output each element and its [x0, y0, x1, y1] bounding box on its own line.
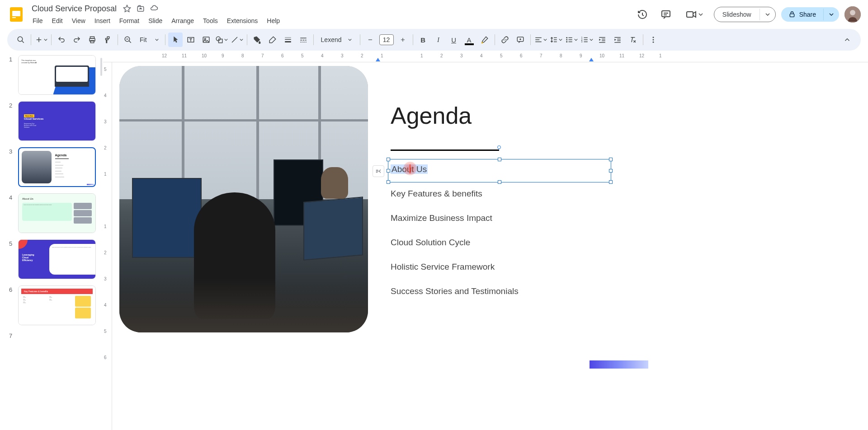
border-color-button[interactable] — [265, 33, 280, 47]
menu-format[interactable]: Format — [116, 15, 143, 26]
agenda-item-6[interactable]: Success Stories and Testimonials — [391, 286, 519, 296]
redo-button[interactable] — [70, 33, 84, 47]
menu-slide[interactable]: Slide — [145, 15, 166, 26]
resize-handle-ne[interactable] — [609, 158, 613, 161]
account-avatar[interactable] — [844, 6, 861, 23]
resize-handle-w[interactable] — [387, 169, 390, 173]
more-options-button[interactable] — [646, 33, 660, 47]
meet-button[interactable] — [680, 5, 708, 23]
menu-arrange[interactable]: Arrange — [168, 15, 198, 26]
cloud-status-icon[interactable] — [150, 5, 158, 13]
undo-button[interactable] — [54, 33, 69, 47]
image-tool[interactable] — [199, 33, 213, 47]
ruler-tick: 3 — [460, 53, 463, 58]
font-size-decrease[interactable] — [363, 33, 377, 47]
hide-menus-button[interactable] — [840, 33, 854, 47]
slide-title[interactable]: Agenda — [391, 102, 472, 129]
slide-thumbnail-2[interactable]: Next-Gen Cloud Services Empowering YourB… — [18, 101, 96, 141]
agenda-item-2[interactable]: Key Features & benefits — [391, 189, 519, 199]
slide-thumbnail-4[interactable]: About Us Lorem ipsum dolor sit amet cons… — [18, 193, 96, 233]
border-dash-button[interactable] — [296, 33, 311, 47]
star-icon[interactable] — [123, 5, 131, 13]
svg-rect-30 — [303, 42, 304, 43]
text-color-button[interactable]: A — [462, 33, 476, 47]
decrease-indent-button[interactable] — [595, 33, 609, 47]
resize-handle-se[interactable] — [609, 180, 613, 184]
insert-comment-button[interactable] — [513, 33, 528, 47]
resize-handle-nw[interactable] — [387, 158, 390, 161]
agenda-item-4[interactable]: Cloud Solution Cycle — [391, 238, 519, 248]
autofit-button[interactable] — [373, 165, 384, 177]
slideshow-button[interactable]: Slideshow — [714, 7, 760, 22]
slide-number: 2 — [9, 101, 18, 141]
slide-thumbnail-5[interactable]: LeveragingCloudEfficiency Lorem ipsum do… — [18, 239, 96, 279]
zoom-button[interactable] — [121, 33, 135, 47]
italic-button[interactable]: I — [431, 33, 446, 47]
bold-button[interactable]: B — [416, 33, 430, 47]
ruler-indent-right[interactable] — [589, 58, 594, 61]
title-underline[interactable] — [391, 150, 499, 151]
slide-canvas[interactable]: Agenda — [119, 66, 653, 373]
menu-insert[interactable]: Insert — [91, 15, 114, 26]
document-title[interactable]: Cloud Service Proposal — [29, 3, 119, 14]
text-box-tool[interactable] — [184, 33, 198, 47]
move-icon[interactable] — [137, 5, 145, 13]
slide-panel[interactable]: 1 This template wascreated by SlidesAI 2… — [0, 53, 99, 430]
print-button[interactable] — [85, 33, 99, 47]
clear-formatting-button[interactable] — [626, 33, 640, 47]
insert-link-button[interactable] — [498, 33, 512, 47]
font-name: Lexend — [321, 36, 342, 43]
border-weight-button[interactable] — [281, 33, 295, 47]
slide-thumbnail-3[interactable]: Agenda ━━━━━━━━━━━━━━━━━━━━━━━━━━━━━━━━━… — [18, 147, 96, 187]
menu-edit[interactable]: Edit — [48, 15, 66, 26]
line-tool[interactable] — [230, 33, 244, 47]
menu-help[interactable]: Help — [263, 15, 283, 26]
ruler-indent-left[interactable] — [376, 58, 380, 61]
slide-image[interactable] — [119, 66, 368, 332]
ruler-tick: 9 — [222, 53, 224, 58]
font-select[interactable]: Lexend — [316, 34, 357, 45]
resize-handle-n[interactable] — [498, 158, 501, 161]
align-button[interactable] — [533, 33, 548, 47]
select-tool[interactable] — [168, 33, 183, 47]
underline-button[interactable]: U — [447, 33, 461, 47]
slide-thumbnail-1[interactable]: This template wascreated by SlidesAI — [18, 55, 96, 95]
font-size-input[interactable] — [379, 34, 394, 45]
zoom-select[interactable]: Fit — [136, 34, 162, 45]
history-button[interactable] — [633, 5, 651, 23]
menu-file[interactable]: File — [29, 15, 47, 26]
increase-indent-button[interactable] — [610, 33, 625, 47]
agenda-item-5[interactable]: Holistic Service Framework — [391, 262, 519, 272]
resize-handle-e[interactable] — [609, 169, 613, 173]
shape-tool[interactable] — [214, 33, 229, 47]
new-slide-button[interactable] — [34, 33, 48, 47]
ruler-tick: 12 — [162, 53, 167, 58]
numbered-list-button[interactable]: 123 — [580, 33, 594, 47]
menu-extensions[interactable]: Extensions — [223, 15, 261, 26]
horizontal-ruler[interactable]: /* ruler populated below */ 121110987654… — [103, 53, 868, 62]
fill-color-button[interactable] — [250, 33, 264, 47]
agenda-item-3[interactable]: Maximize Business Impact — [391, 213, 519, 223]
line-spacing-button[interactable] — [549, 33, 563, 47]
share-button[interactable]: Share — [781, 7, 823, 22]
bulleted-list-button[interactable] — [564, 33, 579, 47]
slide-thumbnail-6[interactable]: Key Features & benefits ━━━━━━━━━━━━━━━━… — [18, 285, 96, 325]
rotate-handle[interactable] — [497, 145, 501, 149]
search-menus-button[interactable] — [14, 33, 28, 47]
slideshow-dropdown[interactable] — [760, 9, 775, 20]
resize-handle-sw[interactable] — [387, 180, 390, 184]
share-dropdown[interactable] — [823, 9, 839, 20]
gradient-decoration — [590, 360, 648, 369]
menu-view[interactable]: View — [68, 15, 89, 26]
panel-resizer[interactable] — [99, 53, 103, 430]
vertical-ruler[interactable]: 54321123456 — [103, 62, 112, 430]
font-size-increase[interactable] — [396, 33, 410, 47]
agenda-item-1[interactable]: About Us — [391, 164, 519, 174]
app-logo[interactable] — [7, 5, 25, 23]
menu-tools[interactable]: Tools — [199, 15, 222, 26]
comments-button[interactable] — [657, 5, 675, 23]
svg-point-37 — [566, 37, 567, 38]
highlight-color-button[interactable] — [477, 33, 492, 47]
paint-format-button[interactable] — [100, 33, 115, 47]
ruler-tick: 1 — [420, 53, 423, 58]
